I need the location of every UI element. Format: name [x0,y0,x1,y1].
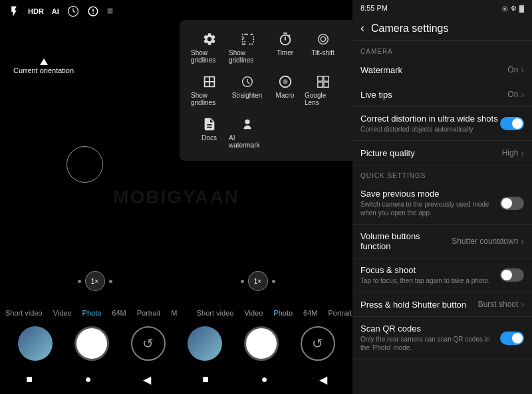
ai-watermark-item[interactable]: AI watermark [229,117,265,149]
scan-qr-row[interactable]: Scan QR codes Only the rear camera can s… [352,317,532,359]
correct-distortion-setting-info: Correct distortion in ultra wide shots C… [360,114,500,134]
live-tips-setting-name: Live tips [360,90,507,100]
status-bar: 8:55 PM ◎ ⚙ ▓ [352,0,532,16]
volume-buttons-row[interactable]: Volume buttons function Shutter countdow… [352,225,532,258]
empty-1 [267,117,303,149]
picture-quality-chevron: › [521,148,524,158]
battery-icon: ▓ [519,5,524,12]
grid-row-1: Show gridlines Show gridlines Timer Tilt… [180,27,352,69]
watermark-setting-info: Watermark [360,65,507,75]
zoom-dot-left-2 [109,280,112,283]
camera-watermark: MOBIGYAAN [113,187,239,208]
nav-back-left[interactable]: ◀ [139,371,155,387]
thumb-row: ↺ ↺ [0,326,352,361]
nav-home-left[interactable]: ● [80,371,96,387]
focus-shoot-info: Focus & shoot Tap to focus, then tap aga… [360,265,500,285]
extra-icon-1[interactable] [67,5,79,17]
straighten-item[interactable]: Straighten [229,74,265,106]
mode-tab-photo-2[interactable]: Photo [268,306,298,320]
menu-icon[interactable]: ≡ [107,5,113,17]
mode-tab-short-video[interactable]: Short video [0,306,48,320]
live-tips-setting-row[interactable]: Live tips On › [352,82,532,107]
macro-item[interactable]: Macro [267,74,303,106]
hdr-button[interactable]: HDR [28,7,44,15]
back-button[interactable]: ‹ [360,21,364,35]
nav-stop-right[interactable]: ■ [198,371,213,387]
macro-label: Macro [276,92,295,99]
save-previous-mode-toggle-knob [501,198,512,209]
orientation-text: Current orientation [13,66,74,74]
focus-shoot-row[interactable]: Focus & shoot Tap to focus, then tap aga… [352,258,532,292]
nav-stop-left[interactable]: ■ [21,371,37,387]
google-lens-item[interactable]: Google Lens [305,74,341,106]
watermark-setting-row[interactable]: Watermark On › [352,58,532,82]
watermark-value: On [507,65,518,74]
gallery-thumb-left[interactable] [18,326,53,361]
save-previous-mode-name: Save previous mode [360,189,500,199]
docs-item[interactable]: Docs [191,117,227,149]
camera-section-label: CAMERA [352,41,532,58]
svg-point-1 [318,35,328,45]
press-hold-shutter-row[interactable]: Press & hold Shutter button Burst shoot … [352,292,532,317]
settings-item[interactable]: Show gridlines [191,32,227,64]
mode-tab-portrait[interactable]: Portrait [132,306,166,320]
shutter-button-left[interactable] [74,326,109,361]
settings-header: ‹ Camera settings [352,16,532,41]
scan-qr-toggle[interactable] [500,332,524,345]
grid-row-3: Docs AI watermark [180,112,352,154]
mode-tab-portrait-2[interactable]: Portrait [323,306,352,320]
mode-tab-64m-2[interactable]: 64M [298,306,323,320]
volume-buttons-chevron: › [521,236,524,246]
picture-quality-value: High [502,148,519,157]
quick-settings-section-label: QUICK SETTINGS [352,165,532,182]
mode-tab-64m[interactable]: 64M [106,306,131,320]
nav-back-right[interactable]: ◀ [315,371,331,387]
save-previous-mode-row[interactable]: Save previous mode Switch camera to the … [352,182,532,225]
nav-home-right[interactable]: ● [256,371,272,387]
show-gridlines-item[interactable]: Show gridlines [191,74,227,106]
press-hold-shutter-chevron: › [521,299,524,310]
rotate-button-left[interactable]: ↺ [131,326,166,361]
volume-buttons-value: Shutter countdown [452,237,518,246]
camera-top-bar: HDR AI ≡ [0,0,352,23]
picture-quality-setting-row[interactable]: Picture quality High › [352,141,532,165]
focus-circle[interactable] [66,146,103,183]
status-right: ◎ ⚙ ▓ [502,5,524,12]
gallery-thumb-right[interactable] [188,326,222,361]
zoom-dot-right-2 [272,280,275,283]
focus-shoot-toggle[interactable] [500,268,524,282]
correct-distortion-toggle[interactable] [500,117,524,130]
flash-icon[interactable] [8,5,20,17]
zoom-group-left: 1× [78,271,112,291]
timer-item[interactable]: Timer [267,32,303,64]
mode-tab-m[interactable]: M [166,306,182,320]
correct-distortion-setting-row[interactable]: Correct distortion in ultra wide shots C… [352,107,532,141]
camera-frame-item[interactable]: Show gridlines [229,32,265,64]
save-previous-mode-info: Save previous mode Switch camera to the … [360,189,500,217]
mode-tab-video-2[interactable]: Video [239,306,268,320]
tilt-shift-item[interactable]: Tilt-shift [305,32,341,64]
camera-grid-menu: Show gridlines Show gridlines Timer Tilt… [180,20,352,161]
zoom-dot-right [241,280,244,283]
mode-tab-short-video-2[interactable]: Short video [192,306,239,320]
scan-qr-toggle-knob [512,333,523,344]
rotate-button-right[interactable]: ↺ [301,326,335,361]
focus-shoot-name: Focus & shoot [360,265,500,275]
mode-tab-photo[interactable]: Photo [77,306,107,320]
status-time: 8:55 PM [360,4,388,12]
ai-button[interactable]: AI [52,7,59,15]
watermark-setting-name: Watermark [360,65,507,75]
volume-buttons-info: Volume buttons function [360,231,452,251]
settings-title: Camera settings [371,23,449,35]
correct-distortion-toggle-knob [512,118,523,129]
save-previous-mode-toggle[interactable] [500,197,524,210]
save-previous-mode-desc: Switch camera to the previously used mod… [360,200,500,217]
press-hold-shutter-name: Press & hold Shutter button [360,300,478,310]
location-icon: ◎ [502,5,508,12]
extra-icon-2[interactable] [87,5,99,17]
zoom-badge-left[interactable]: 1× [85,271,105,291]
zoom-badge-right[interactable]: 1× [248,271,268,291]
shutter-button-right[interactable] [244,326,279,361]
mode-tab-video[interactable]: Video [48,306,77,320]
google-lens-label: Google Lens [305,92,341,106]
